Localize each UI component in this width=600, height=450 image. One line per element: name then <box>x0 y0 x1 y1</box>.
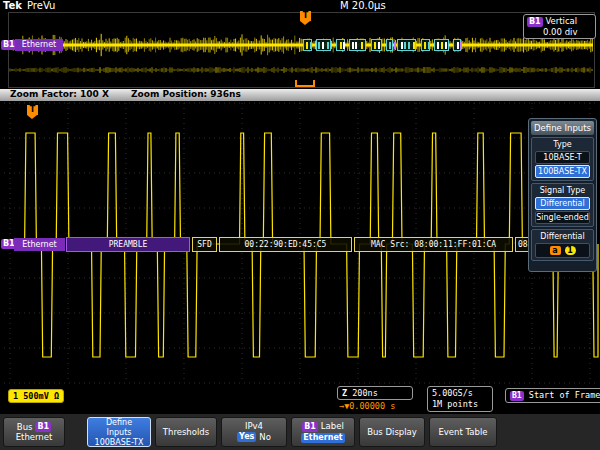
define-line2: Inputs <box>88 428 150 437</box>
channel-number: 1 <box>13 391 18 401</box>
overview-decoded-packets <box>0 39 600 51</box>
overview-bus-label: Ethernet <box>15 39 63 51</box>
signal-type-label: Signal Type <box>533 185 592 196</box>
label-button[interactable]: B1Label Ethernet <box>291 417 355 447</box>
option-100base-tx[interactable]: 100BASE-TX <box>535 165 590 178</box>
vertical-value: 0.00 div <box>527 27 592 38</box>
channel-1-readout[interactable]: 1 500mV Ω <box>8 389 64 403</box>
acquisition-readout: 5.00GS/s 1M points <box>427 386 493 412</box>
record-length: 1M points <box>432 399 488 410</box>
vertical-readout[interactable]: B1 Vertical 0.00 div <box>523 14 596 39</box>
ipv4-no-option[interactable]: No <box>259 433 271 442</box>
source-1-badge: 1 <box>565 246 576 255</box>
zoom-scale-prefix: Z <box>342 388 347 398</box>
ipv4-button[interactable]: IPv4 YesNo <box>221 417 287 447</box>
bottom-menu-bar: BusB1 Ethernet Define Inputs 100BASE-TX … <box>0 414 600 450</box>
decode-mac-src-field: MAC Src: 08:00:11:FF:01:CA <box>354 237 513 252</box>
decode-bus-label: Ethernet <box>14 238 65 251</box>
frame-status-label: Start of Frame <box>529 390 600 400</box>
label-title: Label <box>321 422 344 431</box>
source-a-badge: a <box>550 246 561 255</box>
vertical-bus-badge: B1 <box>527 17 543 27</box>
trigger-flag-icon[interactable]: T <box>300 11 311 21</box>
bus-display-button[interactable]: Bus Display <box>359 417 425 447</box>
option-differential[interactable]: Differential <box>535 197 590 210</box>
zoom-factor-readout: Zoom Factor: 100 X <box>10 89 109 99</box>
decode-sfd-field: SFD <box>192 237 217 252</box>
define-inputs-menu: Define Inputs Type 10BASE-T 100BASE-TX S… <box>528 118 597 272</box>
menu-title: Define Inputs <box>531 121 594 135</box>
frame-status-badge: B1 Start of Frame <box>505 388 600 403</box>
zoom-trigger-marker-icon[interactable]: T <box>27 105 38 115</box>
bus-display-label: Bus Display <box>360 428 424 437</box>
type-group: Type 10BASE-T 100BASE-TX <box>531 137 594 181</box>
type-label: Type <box>533 139 592 150</box>
channel-coupling: Ω <box>54 391 59 401</box>
decode-mac-dst-field: 00:22:90:ED:45:C5 <box>219 237 352 252</box>
signal-type-group: Signal Type Differential Single-ended <box>531 183 594 227</box>
trigger-position-readout: →▼0.00000 s <box>339 401 395 411</box>
event-table-button[interactable]: Event Table <box>429 417 497 447</box>
zoom-window-indicator-icon[interactable] <box>295 80 315 87</box>
define-value: 100BASE-TX <box>88 438 150 447</box>
thresholds-button[interactable]: Thresholds <box>155 417 217 447</box>
event-table-label: Event Table <box>430 428 496 437</box>
bus-menu-button[interactable]: BusB1 Ethernet <box>3 417 65 447</box>
bus-button-title: Bus <box>17 423 33 432</box>
sample-rate: 5.00GS/s <box>432 388 488 399</box>
vertical-title: Vertical <box>545 16 577 26</box>
zoom-status-bar: Zoom Factor: 100 X Zoom Position: 936ns <box>0 89 600 101</box>
zoom-scale-readout: Z 200ns <box>337 386 413 400</box>
define-inputs-button[interactable]: Define Inputs 100BASE-TX <box>87 417 151 447</box>
decode-preamble-field: PREAMBLE <box>66 237 190 252</box>
differential-label: Differential <box>533 231 592 242</box>
frame-bus-badge: B1 <box>510 391 524 401</box>
channel-scale: 500mV <box>23 391 49 401</box>
differential-source-group: Differential a1 <box>531 229 594 261</box>
ipv4-title: IPv4 <box>222 422 286 431</box>
define-line1: Define <box>88 418 150 427</box>
bus-button-badge: B1 <box>35 422 51 432</box>
zoom-position-readout: Zoom Position: 936ns <box>131 89 241 99</box>
zoom-scale-value: 200ns <box>352 388 378 398</box>
ipv4-yes-option[interactable]: Yes <box>237 432 256 442</box>
option-single-ended[interactable]: Single-ended <box>535 211 590 224</box>
label-value: Ethernet <box>301 433 344 443</box>
oscilloscope-screen: Tek PreVu M 20.0µs B1 Ethernet T B1 Vert… <box>0 0 600 450</box>
label-bus-badge: B1 <box>302 422 318 432</box>
option-10base-t[interactable]: 10BASE-T <box>535 151 590 164</box>
differential-source-button[interactable]: a1 <box>535 243 590 258</box>
trigger-position-value: 0.00000 s <box>349 401 395 411</box>
bus-button-value: Ethernet <box>4 433 64 442</box>
thresholds-label: Thresholds <box>156 428 216 437</box>
